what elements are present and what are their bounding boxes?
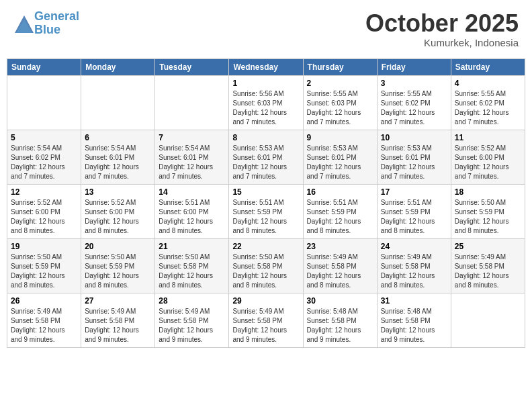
calendar-cell: 9Sunrise: 5:53 AMSunset: 6:01 PMDaylight…: [303, 130, 377, 184]
day-number: 12: [11, 187, 77, 197]
calendar-cell: 2Sunrise: 5:55 AMSunset: 6:03 PMDaylight…: [303, 75, 377, 130]
day-number: 19: [11, 242, 77, 251]
day-number: 9: [307, 133, 373, 142]
logo-text: General Blue: [34, 10, 79, 37]
calendar-cell: 22Sunrise: 5:50 AMSunset: 5:58 PMDayligh…: [229, 238, 303, 293]
day-number: 13: [85, 187, 151, 197]
calendar-cell: 28Sunrise: 5:49 AMSunset: 5:58 PMDayligh…: [155, 293, 229, 347]
weekday-header-wednesday: Wednesday: [229, 58, 303, 75]
calendar-cell: 5Sunrise: 5:54 AMSunset: 6:02 PMDaylight…: [7, 130, 81, 184]
day-info: Sunrise: 5:49 AMSunset: 5:58 PMDaylight:…: [307, 253, 373, 290]
calendar-cell: 3Sunrise: 5:55 AMSunset: 6:02 PMDaylight…: [377, 75, 451, 130]
location-subtitle: Kumurkek, Indonesia: [365, 37, 519, 48]
logo: General Blue: [13, 10, 79, 37]
day-number: 4: [455, 79, 521, 88]
calendar-cell: 4Sunrise: 5:55 AMSunset: 6:02 PMDaylight…: [451, 75, 525, 130]
day-number: 31: [381, 296, 447, 306]
calendar-cell: [81, 75, 155, 130]
day-number: 18: [455, 187, 521, 197]
day-info: Sunrise: 5:54 AMSunset: 6:01 PMDaylight:…: [159, 144, 225, 181]
day-info: Sunrise: 5:53 AMSunset: 6:01 PMDaylight:…: [307, 144, 373, 181]
day-number: 20: [85, 242, 151, 251]
day-number: 15: [232, 187, 299, 197]
calendar-cell: 7Sunrise: 5:54 AMSunset: 6:01 PMDaylight…: [155, 130, 229, 184]
day-info: Sunrise: 5:52 AMSunset: 6:00 PMDaylight:…: [11, 198, 77, 236]
calendar-cell: 10Sunrise: 5:53 AMSunset: 6:01 PMDayligh…: [377, 130, 451, 184]
day-info: Sunrise: 5:55 AMSunset: 6:02 PMDaylight:…: [455, 89, 521, 127]
calendar-cell: 12Sunrise: 5:52 AMSunset: 6:00 PMDayligh…: [7, 184, 81, 238]
weekday-header-sunday: Sunday: [7, 58, 81, 75]
day-info: Sunrise: 5:50 AMSunset: 5:59 PMDaylight:…: [11, 253, 77, 290]
calendar-week-row: 1Sunrise: 5:56 AMSunset: 6:03 PMDaylight…: [7, 75, 525, 130]
day-number: 24: [381, 242, 447, 251]
calendar-cell: [155, 75, 229, 130]
day-info: Sunrise: 5:48 AMSunset: 5:58 PMDaylight:…: [381, 307, 447, 345]
day-number: 14: [159, 187, 225, 197]
day-number: 5: [11, 133, 77, 142]
logo-line1: General: [34, 9, 79, 23]
calendar-cell: 14Sunrise: 5:51 AMSunset: 6:00 PMDayligh…: [155, 184, 229, 238]
day-number: 8: [232, 133, 299, 142]
title-block: October 2025 Kumurkek, Indonesia: [365, 10, 519, 48]
day-info: Sunrise: 5:52 AMSunset: 6:00 PMDaylight:…: [455, 144, 521, 181]
day-number: 30: [307, 296, 373, 306]
day-info: Sunrise: 5:49 AMSunset: 5:58 PMDaylight:…: [85, 307, 151, 345]
day-number: 25: [455, 242, 521, 251]
calendar-cell: 1Sunrise: 5:56 AMSunset: 6:03 PMDaylight…: [229, 75, 303, 130]
calendar-cell: 23Sunrise: 5:49 AMSunset: 5:58 PMDayligh…: [303, 238, 377, 293]
calendar-cell: 11Sunrise: 5:52 AMSunset: 6:00 PMDayligh…: [451, 130, 525, 184]
day-info: Sunrise: 5:49 AMSunset: 5:58 PMDaylight:…: [455, 253, 521, 290]
calendar-week-row: 12Sunrise: 5:52 AMSunset: 6:00 PMDayligh…: [7, 184, 525, 238]
calendar-cell: 26Sunrise: 5:49 AMSunset: 5:58 PMDayligh…: [7, 293, 81, 347]
weekday-header-tuesday: Tuesday: [155, 58, 229, 75]
day-number: 21: [159, 242, 225, 251]
day-number: 22: [232, 242, 299, 251]
day-number: 6: [85, 133, 151, 142]
day-info: Sunrise: 5:51 AMSunset: 5:59 PMDaylight:…: [307, 198, 373, 236]
calendar-table: SundayMondayTuesdayWednesdayThursdayFrid…: [7, 58, 525, 348]
day-info: Sunrise: 5:54 AMSunset: 6:01 PMDaylight:…: [85, 144, 151, 181]
day-number: 11: [455, 133, 521, 142]
calendar-cell: 13Sunrise: 5:52 AMSunset: 6:00 PMDayligh…: [81, 184, 155, 238]
calendar-cell: 27Sunrise: 5:49 AMSunset: 5:58 PMDayligh…: [81, 293, 155, 347]
calendar-cell: 21Sunrise: 5:50 AMSunset: 5:58 PMDayligh…: [155, 238, 229, 293]
calendar-cell: 8Sunrise: 5:53 AMSunset: 6:01 PMDaylight…: [229, 130, 303, 184]
calendar-cell: 25Sunrise: 5:49 AMSunset: 5:58 PMDayligh…: [451, 238, 525, 293]
day-number: 29: [232, 296, 299, 306]
weekday-header-monday: Monday: [81, 58, 155, 75]
day-number: 3: [381, 79, 447, 88]
logo-icon: [13, 14, 32, 33]
day-info: Sunrise: 5:49 AMSunset: 5:58 PMDaylight:…: [159, 307, 225, 345]
day-number: 27: [85, 296, 151, 306]
day-info: Sunrise: 5:50 AMSunset: 5:59 PMDaylight:…: [85, 253, 151, 290]
calendar-cell: 17Sunrise: 5:51 AMSunset: 5:59 PMDayligh…: [377, 184, 451, 238]
logo-line2: Blue: [34, 23, 60, 36]
calendar-cell: 29Sunrise: 5:49 AMSunset: 5:58 PMDayligh…: [229, 293, 303, 347]
weekday-header-row: SundayMondayTuesdayWednesdayThursdayFrid…: [7, 58, 525, 75]
page-header: General Blue October 2025 Kumurkek, Indo…: [7, 7, 525, 52]
day-info: Sunrise: 5:54 AMSunset: 6:02 PMDaylight:…: [11, 144, 77, 181]
calendar-cell: 19Sunrise: 5:50 AMSunset: 5:59 PMDayligh…: [7, 238, 81, 293]
day-info: Sunrise: 5:55 AMSunset: 6:02 PMDaylight:…: [381, 89, 447, 127]
day-number: 16: [307, 187, 373, 197]
day-info: Sunrise: 5:50 AMSunset: 5:59 PMDaylight:…: [455, 198, 521, 236]
day-number: 23: [307, 242, 373, 251]
day-info: Sunrise: 5:50 AMSunset: 5:58 PMDaylight:…: [232, 253, 299, 290]
calendar-cell: 20Sunrise: 5:50 AMSunset: 5:59 PMDayligh…: [81, 238, 155, 293]
calendar-cell: 16Sunrise: 5:51 AMSunset: 5:59 PMDayligh…: [303, 184, 377, 238]
month-title: October 2025: [365, 10, 519, 37]
weekday-header-thursday: Thursday: [303, 58, 377, 75]
weekday-header-saturday: Saturday: [451, 58, 525, 75]
day-info: Sunrise: 5:50 AMSunset: 5:58 PMDaylight:…: [159, 253, 225, 290]
day-info: Sunrise: 5:53 AMSunset: 6:01 PMDaylight:…: [232, 144, 299, 181]
day-number: 10: [381, 133, 447, 142]
day-number: 1: [232, 79, 299, 88]
calendar-cell: 18Sunrise: 5:50 AMSunset: 5:59 PMDayligh…: [451, 184, 525, 238]
day-number: 26: [11, 296, 77, 306]
day-number: 7: [159, 133, 225, 142]
day-info: Sunrise: 5:56 AMSunset: 6:03 PMDaylight:…: [232, 89, 299, 127]
day-info: Sunrise: 5:51 AMSunset: 5:59 PMDaylight:…: [381, 198, 447, 236]
calendar-week-row: 19Sunrise: 5:50 AMSunset: 5:59 PMDayligh…: [7, 238, 525, 293]
day-info: Sunrise: 5:49 AMSunset: 5:58 PMDaylight:…: [232, 307, 299, 345]
day-info: Sunrise: 5:51 AMSunset: 6:00 PMDaylight:…: [159, 198, 225, 236]
